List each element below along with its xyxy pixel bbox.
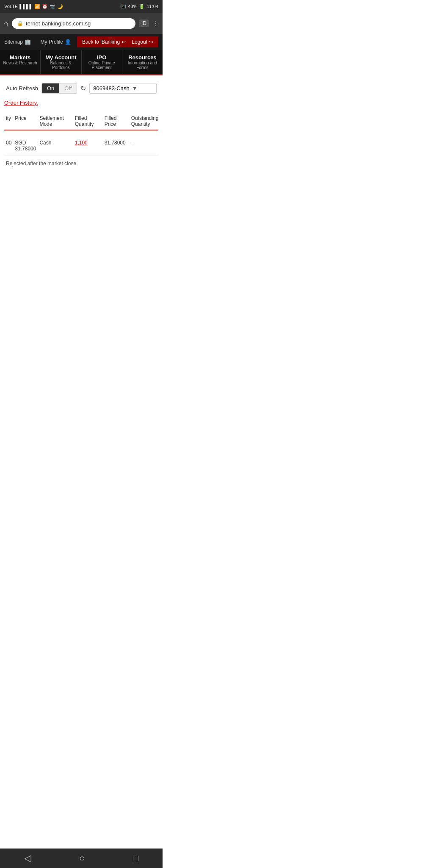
emoji-button[interactable]: :D (139, 19, 149, 27)
sitemap-label: Sitemap (4, 39, 23, 45)
signal-icon: ▌▌▌▌ (19, 4, 33, 9)
nav-resources-sub: Information and Forms (124, 61, 161, 70)
account-dropdown[interactable]: 8069483-Cash ▼ (89, 83, 157, 94)
sitemap-link[interactable]: Sitemap 🏢 (4, 39, 35, 45)
clock-time: 11:04 (146, 4, 158, 9)
nav-resources-title: Resources (124, 54, 161, 61)
cell-price: SGD 31.78000 (13, 130, 38, 155)
col-outstanding-quantity: Outstanding Quantity (130, 113, 158, 130)
back-icon: ↩ (121, 39, 126, 45)
cell-outstanding-quantity: - (130, 130, 158, 155)
status-right-icons: 📳 43% 🔋 11:04 (120, 4, 158, 9)
volte-icon: VoLTE (4, 4, 18, 9)
account-dropdown-value: 8069483-Cash (93, 85, 129, 92)
table-header-row: ity Price Settlement Mode Filled Quantit… (4, 113, 158, 130)
auto-refresh-toggle[interactable]: On Off (41, 83, 77, 94)
battery-percent: 43% (128, 4, 137, 9)
dropdown-arrow-icon: ▼ (132, 85, 138, 92)
note-text: Rejected after the market close. (4, 155, 158, 168)
nav-ipo[interactable]: IPO Online Private Placement (82, 50, 122, 74)
nav-my-account[interactable]: My Account Balances & Portfolios (41, 50, 81, 74)
top-header-right: Back to iBanking ↩ Logout ↪ (77, 36, 158, 47)
vibrate-icon: 📳 (120, 4, 126, 9)
orders-table: ity Price Settlement Mode Filled Quantit… (4, 113, 158, 155)
alarm-icon: ⏰ (42, 4, 48, 9)
table-row: 00 SGD 31.78000 Cash 1,100 31.78000 (4, 130, 158, 155)
orders-table-wrapper: ity Price Settlement Mode Filled Quantit… (4, 113, 158, 155)
toggle-off-button[interactable]: Off (59, 83, 77, 93)
main-content: Auto Refresh On Off ↻ 8069483-Cash ▼ Ord… (0, 75, 163, 198)
logout-icon: ↪ (149, 39, 153, 45)
refresh-icon[interactable]: ↻ (80, 84, 86, 92)
lock-icon: 🔒 (17, 20, 23, 26)
nav-ipo-title: IPO (83, 54, 120, 61)
my-profile-label: My Profile (41, 39, 63, 45)
cell-settlement-mode: Cash (38, 130, 73, 155)
col-filled-quantity: Filled Quantity (73, 113, 103, 130)
auto-refresh-bar: Auto Refresh On Off ↻ 8069483-Cash ▼ (4, 80, 158, 97)
browser-home-button[interactable]: ⌂ (3, 19, 8, 28)
col-quantity: ity (4, 113, 13, 130)
bluetooth-icon: 📷 (50, 4, 55, 9)
nav-resources[interactable]: Resources Information and Forms (122, 50, 163, 74)
more-options-button[interactable]: ⋮ (152, 19, 159, 28)
auto-refresh-label: Auto Refresh (6, 85, 38, 92)
top-header: Sitemap 🏢 My Profile 👤 Back to iBanking … (0, 34, 163, 50)
battery-icon: 🔋 (139, 4, 145, 9)
cell-filled-price: 31.78000 (103, 130, 130, 155)
my-profile-link[interactable]: My Profile 👤 (41, 39, 71, 45)
nav-markets-title: Markets (2, 54, 39, 61)
wifi-icon: 📶 (34, 4, 40, 9)
nav-ipo-sub: Online Private Placement (83, 61, 120, 70)
sitemap-icon: 🏢 (25, 39, 31, 45)
nav-markets[interactable]: Markets News & Research (0, 50, 41, 74)
url-bar[interactable]: 🔒 ternet-banking.dbs.com.sg (12, 18, 135, 29)
col-filled-price: Filled Price (103, 113, 130, 130)
back-to-ibanking-label: Back to iBanking (82, 39, 120, 45)
cell-quantity: 00 (4, 130, 13, 155)
order-history-link[interactable]: Order History. (4, 97, 158, 108)
browser-bar: ⌂ 🔒 ternet-banking.dbs.com.sg :D ⋮ (0, 13, 163, 34)
url-text: ternet-banking.dbs.com.sg (26, 20, 130, 27)
cell-filled-quantity[interactable]: 1,100 (73, 130, 103, 155)
toggle-on-button[interactable]: On (42, 83, 59, 93)
night-icon: 🌙 (57, 4, 63, 9)
logout-link[interactable]: Logout ↪ (132, 39, 153, 45)
back-to-ibanking-link[interactable]: Back to iBanking ↩ (82, 39, 126, 45)
status-bar: VoLTE ▌▌▌▌ 📶 ⏰ 📷 🌙 📳 43% 🔋 11:04 (0, 0, 163, 13)
col-settlement-mode: Settlement Mode (38, 113, 73, 130)
browser-actions: :D ⋮ (139, 19, 159, 28)
status-left-icons: VoLTE ▌▌▌▌ 📶 ⏰ 📷 🌙 (4, 4, 63, 9)
col-price: Price (13, 113, 38, 130)
main-nav: Markets News & Research My Account Balan… (0, 50, 163, 75)
nav-my-account-sub: Balances & Portfolios (42, 61, 79, 70)
nav-my-account-title: My Account (42, 54, 79, 61)
profile-icon: 👤 (65, 39, 71, 45)
logout-label: Logout (132, 39, 147, 45)
nav-markets-sub: News & Research (2, 61, 39, 65)
top-header-left: Sitemap 🏢 (4, 39, 35, 45)
